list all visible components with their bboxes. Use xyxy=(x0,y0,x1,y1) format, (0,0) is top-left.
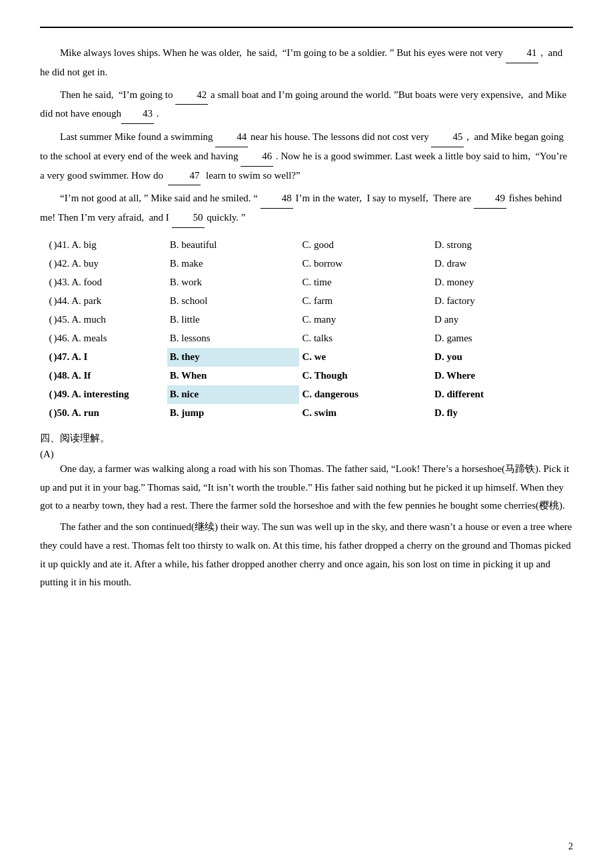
q41-c: C. good xyxy=(299,236,432,255)
q48-d: D. Where xyxy=(432,367,573,385)
q44-paren: ( xyxy=(40,292,53,311)
q48-c: C. Though xyxy=(299,367,432,385)
blank-49: 49 xyxy=(474,189,506,209)
question-row-48: ( )48. A. If B. When C. Though D. Where xyxy=(40,367,573,385)
section4: 四、阅读理解。 (A) One day, a farmer was walkin… xyxy=(40,432,573,592)
q46-d: D. games xyxy=(432,329,573,348)
blank-43: 43 xyxy=(121,105,154,124)
q48-label: )48. A. If xyxy=(53,367,167,385)
question-row-47: ( )47. A. I B. they C. we D. you xyxy=(40,348,573,367)
page-number: 2 xyxy=(568,841,573,852)
question-row-45: ( )45. A. much B. little C. many D any xyxy=(40,311,573,329)
q45-b: B. little xyxy=(167,311,300,329)
q41-b: B. beautiful xyxy=(167,236,300,255)
passage-para-2: Then he said, “I’m going to 42 a small b… xyxy=(40,86,573,125)
blank-50: 50 xyxy=(172,209,205,228)
blank-47: 47 xyxy=(168,167,201,186)
question-row-46: ( )46. A. meals B. lessons C. talks D. g… xyxy=(40,329,573,348)
q49-c: C. dangerous xyxy=(299,385,432,404)
passage-section: Mike always loves ships. When he was old… xyxy=(40,44,573,228)
q41-label: )41. A. big xyxy=(53,236,167,255)
q49-label: )49. A. interesting xyxy=(53,385,167,404)
questions-table: ( )41. A. big B. beautiful C. good D. st… xyxy=(40,236,573,423)
q42-c: C. borrow xyxy=(299,255,432,273)
q44-c: C. farm xyxy=(299,292,432,311)
q49-d: D. different xyxy=(432,385,573,404)
q50-b: B. jump xyxy=(167,404,300,423)
reading-para-1: One day, a farmer was walking along a ro… xyxy=(40,460,573,515)
question-row-44: ( )44. A. park B. school C. farm D. fact… xyxy=(40,292,573,311)
q47-c: C. we xyxy=(299,348,432,367)
q43-b: B. work xyxy=(167,273,300,292)
question-row-49: ( )49. A. interesting B. nice C. dangero… xyxy=(40,385,573,404)
q43-d: D. money xyxy=(432,273,573,292)
q50-label: )50. A. run xyxy=(53,404,167,423)
q41-paren: ( xyxy=(40,236,53,255)
section4-label-a: (A) xyxy=(40,449,573,460)
q45-label: )45. A. much xyxy=(53,311,167,329)
q44-d: D. factory xyxy=(432,292,573,311)
q45-paren: ( xyxy=(40,311,53,329)
reading-passage-a: One day, a farmer was walking along a ro… xyxy=(40,460,573,592)
question-row-41: ( )41. A. big B. beautiful C. good D. st… xyxy=(40,236,573,255)
section4-title: 四、阅读理解。 xyxy=(40,432,573,445)
q47-paren: ( xyxy=(40,348,53,367)
q50-c: C. swim xyxy=(299,404,432,423)
q43-label: )43. A. food xyxy=(53,273,167,292)
q46-paren: ( xyxy=(40,329,53,348)
q42-b: B. make xyxy=(167,255,300,273)
blank-46: 46 xyxy=(241,147,273,167)
q42-label: )42. A. buy xyxy=(53,255,167,273)
blank-41: 41 xyxy=(506,44,538,63)
q43-paren: ( xyxy=(40,273,53,292)
q49-b: B. nice xyxy=(167,385,300,404)
q47-d: D. you xyxy=(432,348,573,367)
q44-label: )44. A. park xyxy=(53,292,167,311)
q46-b: B. lessons xyxy=(167,329,300,348)
q46-label: )46. A. meals xyxy=(53,329,167,348)
q50-paren: ( xyxy=(40,404,53,423)
q43-c: C. time xyxy=(299,273,432,292)
reading-para-2: The father and the son continued(继续) the… xyxy=(40,518,573,592)
blank-48: 48 xyxy=(261,189,293,209)
q45-c: C. many xyxy=(299,311,432,329)
q48-b: B. When xyxy=(167,367,300,385)
q47-label: )47. A. I xyxy=(53,348,167,367)
q42-paren: ( xyxy=(40,255,53,273)
q42-d: D. draw xyxy=(432,255,573,273)
q45-d: D any xyxy=(432,311,573,329)
q50-d: D. fly xyxy=(432,404,573,423)
q49-paren: ( xyxy=(40,385,53,404)
q44-b: B. school xyxy=(167,292,300,311)
question-row-50: ( )50. A. run B. jump C. swim D. fly xyxy=(40,404,573,423)
q48-paren: ( xyxy=(40,367,53,385)
q46-c: C. talks xyxy=(299,329,432,348)
blank-45: 45 xyxy=(431,128,464,147)
passage-para-4: “I’m not good at all, ” Mike said and he… xyxy=(40,189,573,228)
q41-d: D. strong xyxy=(432,236,573,255)
passage-para-1: Mike always loves ships. When he was old… xyxy=(40,44,573,82)
question-row-43: ( )43. A. food B. work C. time D. money xyxy=(40,273,573,292)
blank-44: 44 xyxy=(215,128,248,147)
blank-42: 42 xyxy=(175,86,208,105)
top-border xyxy=(40,27,573,28)
q47-b: B. they xyxy=(167,348,300,367)
question-row-42: ( )42. A. buy B. make C. borrow D. draw xyxy=(40,255,573,273)
passage-para-3: Last summer Mike found a swimming 44 nea… xyxy=(40,128,573,185)
